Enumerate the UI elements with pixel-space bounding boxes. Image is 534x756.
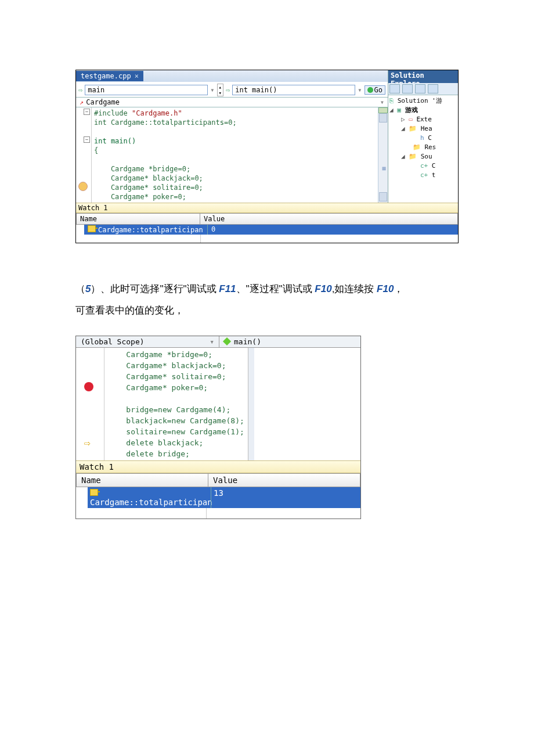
toolbar-icon[interactable] [402,84,413,93]
key-icon [90,489,98,496]
watch-columns: Name Value [76,473,360,487]
class-combo[interactable]: ↗Cardgame ▾ [76,98,388,107]
breakpoint-icon[interactable] [84,382,93,391]
watch-panel-title: Watch 1 [76,203,458,213]
ide-screenshot-2: (Global Scope)▾ main() ⇨ Cardgame *bridg… [75,336,361,519]
toolbar-icon[interactable] [428,84,438,93]
editor-gutter: − − [76,107,92,203]
watch-col-value[interactable]: Value [200,213,458,225]
navigation-bar: ⇨ main ▾ ▴▾ ⇨ int main() ▾ Go [76,83,388,98]
close-icon[interactable]: × [135,72,139,80]
scope-combo[interactable]: (Global Scope)▾ [76,336,219,347]
watch-row[interactable]: Cardgame::totalparticipan 0 [76,225,458,235]
forward-icon[interactable]: ⇨ [226,86,230,94]
watch-col-name[interactable]: Name [76,213,200,225]
fold-icon[interactable]: − [84,109,90,115]
instruction-text: （5）、此时可选择"逐行"调试或 F11、"逐过程"调试或 F10,如连续按 F… [75,278,459,322]
editor-tab[interactable]: testgame.cpp × [76,71,143,81]
code-editor[interactable]: Cardgame *bridge=0; Cardgame* blackjack=… [104,348,248,460]
back-icon[interactable]: ⇨ [78,86,82,94]
editor-gutter: ⇨ [76,348,104,460]
ide-screenshot-1: testgame.cpp × Solution Explore ⇨ main ▾… [75,70,459,243]
method-icon [223,337,231,345]
tab-label: testgame.cpp [81,72,131,80]
breakpoint-icon[interactable] [78,182,88,191]
watch-panel-title: Watch 1 [76,460,360,473]
watch-col-name[interactable]: Name [76,473,208,487]
editor-tab-bar: testgame.cpp × [76,70,388,82]
vertical-scrollbar[interactable]: ≡ [378,107,388,203]
toolbar-icon[interactable] [389,84,400,93]
go-button[interactable]: Go [365,85,385,95]
split-handle[interactable] [378,107,388,113]
solution-explorer-toolbar [388,83,458,95]
vertical-scrollbar[interactable] [248,348,254,460]
member-combo[interactable]: main() [219,336,266,347]
watch-row[interactable]: Cardgame::totalparticipan 13 [76,487,360,508]
code-editor[interactable]: #include "Cardgame.h" int Cardgame::tota… [92,107,239,203]
toolbar-icon[interactable] [415,84,425,93]
watch-col-value[interactable]: Value [208,473,360,487]
member-combo[interactable]: int main() [232,85,355,95]
scope-combo[interactable]: main [85,85,208,95]
fold-icon[interactable]: − [84,136,90,143]
watch-columns: Name Value [76,213,458,225]
current-line-icon: ⇨ [84,437,91,449]
solution-tree[interactable]: ⎘ Solution '游 ◢ ▣ 游戏 ▷ ▭ Exte ◢ 📁 Hea h … [388,95,458,181]
key-icon [88,225,96,232]
